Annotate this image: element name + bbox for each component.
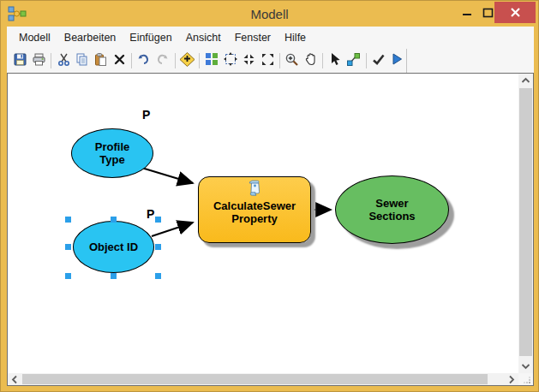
vertical-scroll-thumb[interactable] [519,88,532,356]
cut-button[interactable] [54,50,73,71]
toolbar [7,49,534,73]
node-label-line: Sewer [375,197,408,210]
node-label-line: Object ID [89,241,138,253]
selection-handle[interactable] [65,273,71,279]
copy-icon [75,52,89,70]
node-label-line: Type [99,153,124,166]
redo-button[interactable] [153,50,172,71]
modelbuilder-window: Modell Modell Bearbeiten Einfügen Ansich… [0,0,539,392]
connector-object-id-to-tool[interactable] [152,223,193,236]
pan-icon [303,52,318,70]
run-button[interactable] [387,50,406,71]
toolbar-separator [175,53,176,68]
node-label-line: Property [231,212,277,225]
node-label-line: Sections [368,210,415,223]
node-profile-type[interactable]: Profile Type [71,128,153,178]
undo-icon [136,52,151,70]
model-content-area: P P Profile Type Object ID [7,73,534,386]
menu-fenster[interactable]: Fenster [228,28,278,47]
node-label-line: CalculateSewer [213,199,296,212]
toolbar-separator [322,53,323,68]
select-button[interactable] [326,50,344,71]
selection-handle[interactable] [65,244,71,250]
connect-button[interactable] [344,50,363,71]
add-data-button[interactable] [177,50,196,71]
horizontal-scroll-thumb[interactable] [22,374,488,384]
fixed-zoom-in-button[interactable] [239,50,258,71]
model-canvas[interactable]: P P Profile Type Object ID [8,74,518,373]
toolbar-island [7,49,407,73]
fixed-zoom-out-icon [261,52,275,70]
vertical-scrollbar[interactable] [518,74,533,373]
copy-button[interactable] [73,50,92,71]
menu-bearbeiten[interactable]: Bearbeiten [57,28,123,47]
node-sewer-sections[interactable]: Sewer Sections [335,175,449,244]
print-icon [32,52,46,70]
modelbuilder-app-icon[interactable] [6,4,28,23]
menu-einfuegen[interactable]: Einfügen [123,28,178,47]
add-data-icon [179,51,195,71]
undo-button[interactable] [135,50,153,71]
menubar: Modell Bearbeiten Einfügen Ansicht Fenst… [7,27,534,49]
scroll-right-button[interactable] [505,373,518,385]
parameter-label-profile-type: P [142,108,150,122]
validate-button[interactable] [369,50,388,71]
zoom-in-button[interactable] [283,50,302,71]
titlebar[interactable]: Modell [1,1,538,27]
fixed-zoom-in-icon [242,52,256,70]
paste-icon [93,52,108,70]
save-icon [13,52,27,70]
node-object-id[interactable]: Object ID [73,221,154,273]
toolbar-separator [366,53,367,68]
select-icon [328,52,342,69]
selection-handle[interactable] [111,273,117,279]
zoom-in-icon [284,52,299,70]
delete-button[interactable] [110,50,129,71]
selection-handle[interactable] [155,217,161,223]
print-button[interactable] [30,50,49,71]
close-button[interactable] [494,2,536,23]
menu-ansicht[interactable]: Ansicht [179,28,228,47]
horizontal-scrollbar[interactable] [8,373,518,385]
menu-hilfe[interactable]: Hilfe [278,28,313,47]
full-extent-icon [223,51,238,70]
selection-handle[interactable] [65,217,71,223]
connect-icon [346,52,361,70]
selection-handle[interactable] [155,244,161,250]
node-calculate-sewer-property[interactable]: CalculateSewer Property [198,176,311,243]
auto-layout-button[interactable] [202,50,221,71]
paste-button[interactable] [92,50,111,71]
scroll-left-button[interactable] [8,373,21,385]
delete-icon [113,53,126,69]
redo-icon [155,52,170,70]
toolbar-separator [199,53,200,68]
pan-button[interactable] [302,50,320,71]
run-icon [390,52,404,69]
menu-modell[interactable]: Modell [12,28,57,47]
resize-grip[interactable] [518,373,533,385]
cut-icon [57,52,71,70]
scroll-down-button[interactable] [518,359,533,373]
selection-handle[interactable] [155,273,161,279]
full-extent-button[interactable] [221,50,240,71]
toolbar-separator [131,53,132,68]
fixed-zoom-out-button[interactable] [258,50,277,71]
toolbar-separator [51,53,51,68]
parameter-label-object-id: P [147,207,154,221]
connector-profile-type-to-tool[interactable] [139,167,193,183]
validate-icon [371,52,386,70]
save-button[interactable] [11,50,30,71]
auto-layout-icon [205,52,219,69]
scroll-up-button[interactable] [518,74,533,87]
minimize-button[interactable] [458,4,476,21]
toolbar-separator [279,53,280,68]
selection-handle[interactable] [111,217,117,223]
script-tool-icon [246,180,263,199]
node-label-line: Profile [95,140,129,153]
